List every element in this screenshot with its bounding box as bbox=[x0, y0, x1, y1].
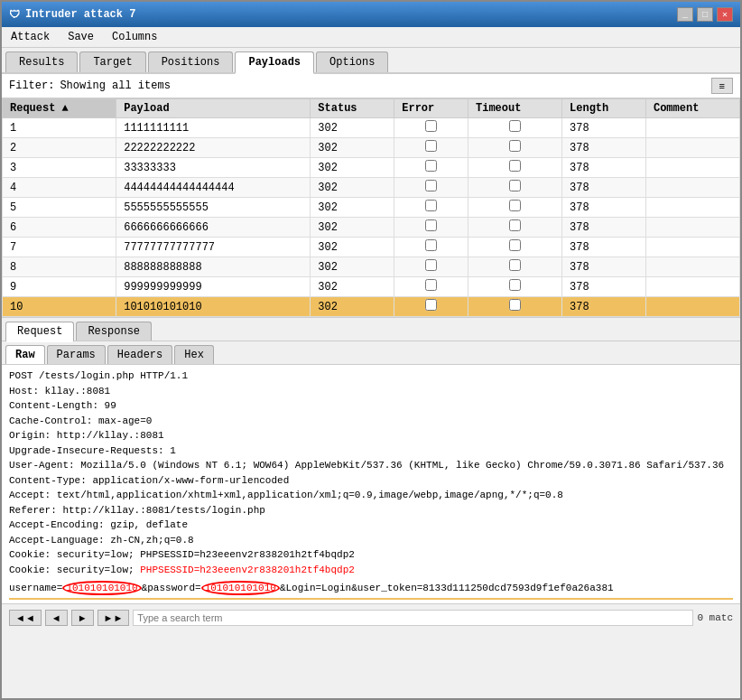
col-payload[interactable]: Payload bbox=[116, 99, 311, 118]
filter-label: Filter: bbox=[9, 79, 54, 92]
timeout-checkbox[interactable] bbox=[509, 120, 521, 132]
titlebar-controls: _ □ ✕ bbox=[677, 7, 733, 22]
error-checkbox[interactable] bbox=[425, 279, 437, 291]
table-row[interactable]: 444444444444444444302378 bbox=[3, 178, 740, 198]
timeout-checkbox[interactable] bbox=[509, 160, 521, 172]
nav-last-button[interactable]: ►► bbox=[97, 610, 130, 626]
app-icon: 🛡 bbox=[9, 8, 20, 22]
error-checkbox[interactable] bbox=[425, 219, 437, 231]
timeout-checkbox[interactable] bbox=[509, 239, 521, 251]
table-row[interactable]: 8888888888888302378 bbox=[3, 257, 740, 277]
close-button[interactable]: ✕ bbox=[717, 7, 733, 22]
maximize-button[interactable]: □ bbox=[697, 7, 713, 22]
table-row[interactable]: 11111111111302378 bbox=[3, 118, 740, 138]
menu-save[interactable]: Save bbox=[62, 29, 99, 45]
menu-attack[interactable]: Attack bbox=[5, 29, 55, 45]
error-checkbox[interactable] bbox=[425, 259, 437, 271]
minimize-button[interactable]: _ bbox=[677, 7, 693, 22]
table-row[interactable]: 66666666666666302378 bbox=[3, 218, 740, 238]
col-error[interactable]: Error bbox=[394, 99, 468, 118]
match-count: 0 matc bbox=[697, 612, 733, 623]
bottom-bar: ◄◄ ◄ ► ►► 0 matc bbox=[2, 603, 740, 632]
table-row[interactable]: 222222222222302378 bbox=[3, 138, 740, 158]
timeout-checkbox[interactable] bbox=[509, 299, 521, 311]
error-checkbox[interactable] bbox=[425, 180, 437, 191]
results-table: Request ▲ Payload Status Error Timeout L… bbox=[2, 98, 740, 317]
nav-first-button[interactable]: ◄◄ bbox=[9, 610, 42, 626]
tab-request[interactable]: Request bbox=[5, 322, 74, 342]
tab-raw[interactable]: Raw bbox=[5, 345, 45, 364]
table-row[interactable]: 10101010101010302378 bbox=[3, 297, 740, 317]
table-body: 1111111111130237822222222222230237833333… bbox=[3, 118, 740, 317]
timeout-checkbox[interactable] bbox=[509, 180, 521, 191]
main-window: 🛡 Intruder attack 7 _ □ ✕ Attack Save Co… bbox=[0, 0, 742, 700]
tab-params[interactable]: Params bbox=[47, 345, 106, 364]
request-content: POST /tests/login.php HTTP/1.1Host: klla… bbox=[2, 365, 740, 603]
filter-value: Showing all items bbox=[60, 79, 170, 92]
request-response-tabs: Request Response bbox=[2, 318, 740, 341]
tab-positions[interactable]: Positions bbox=[148, 51, 234, 72]
results-table-container: Request ▲ Payload Status Error Timeout L… bbox=[2, 98, 740, 318]
nav-next-button[interactable]: ► bbox=[71, 610, 94, 626]
col-timeout[interactable]: Timeout bbox=[468, 99, 562, 118]
raw-tabs: Raw Params Headers Hex bbox=[2, 341, 740, 365]
titlebar: 🛡 Intruder attack 7 _ □ ✕ bbox=[2, 2, 740, 27]
col-status[interactable]: Status bbox=[311, 99, 394, 118]
tab-payloads[interactable]: Payloads bbox=[235, 51, 314, 74]
table-header-row: Request ▲ Payload Status Error Timeout L… bbox=[3, 99, 740, 118]
tab-target[interactable]: Target bbox=[79, 51, 145, 72]
timeout-checkbox[interactable] bbox=[509, 140, 521, 152]
nav-prev-button[interactable]: ◄ bbox=[45, 610, 68, 626]
tab-results[interactable]: Results bbox=[5, 51, 78, 72]
error-checkbox[interactable] bbox=[425, 120, 437, 132]
tab-options[interactable]: Options bbox=[316, 51, 388, 72]
filter-button[interactable]: ≡ bbox=[711, 78, 733, 94]
titlebar-title: 🛡 Intruder attack 7 bbox=[9, 8, 135, 22]
error-checkbox[interactable] bbox=[425, 160, 437, 172]
table-row[interactable]: 777777777777777302378 bbox=[3, 238, 740, 257]
timeout-checkbox[interactable] bbox=[509, 200, 521, 211]
timeout-checkbox[interactable] bbox=[509, 219, 521, 231]
search-input[interactable] bbox=[133, 610, 693, 626]
col-request[interactable]: Request ▲ bbox=[3, 99, 116, 118]
filter-bar: Filter: Showing all items ≡ bbox=[2, 74, 740, 98]
timeout-checkbox[interactable] bbox=[509, 259, 521, 271]
table-row[interactable]: 333333333302378 bbox=[3, 158, 740, 178]
menu-columns[interactable]: Columns bbox=[107, 29, 162, 45]
timeout-checkbox[interactable] bbox=[509, 279, 521, 291]
col-comment[interactable]: Comment bbox=[645, 99, 739, 118]
col-length[interactable]: Length bbox=[562, 99, 646, 118]
tab-response[interactable]: Response bbox=[76, 322, 152, 341]
menubar: Attack Save Columns bbox=[2, 27, 740, 48]
table-row[interactable]: 55555555555555302378 bbox=[3, 198, 740, 218]
error-checkbox[interactable] bbox=[425, 239, 437, 251]
tab-hex[interactable]: Hex bbox=[174, 345, 214, 364]
error-checkbox[interactable] bbox=[425, 299, 437, 311]
error-checkbox[interactable] bbox=[425, 200, 437, 211]
table-row[interactable]: 9999999999999302378 bbox=[3, 277, 740, 297]
tab-headers[interactable]: Headers bbox=[107, 345, 172, 364]
error-checkbox[interactable] bbox=[425, 140, 437, 152]
main-tabs: Results Target Positions Payloads Option… bbox=[2, 48, 740, 74]
